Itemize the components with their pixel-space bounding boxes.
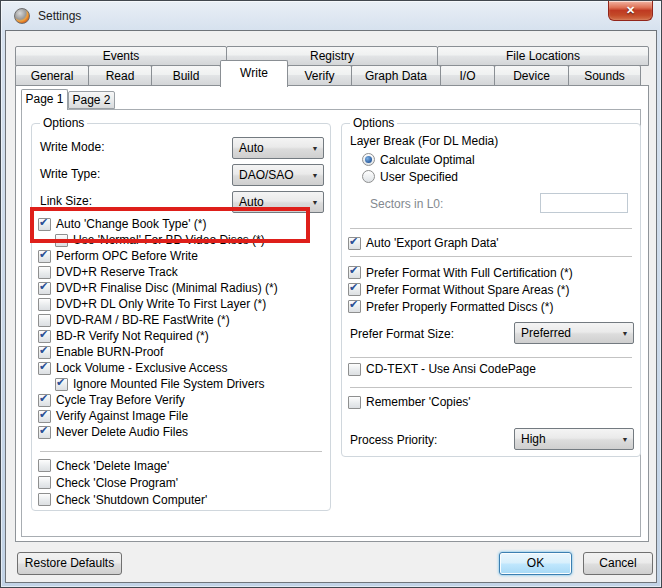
write-type-label: Write Type: (40, 167, 100, 181)
tab-general[interactable]: General (15, 65, 89, 86)
checkbox-verify-against-image[interactable]: Verify Against Image File (38, 408, 278, 424)
tab-device[interactable]: Device (494, 65, 569, 86)
checkbox-check-shutdown-computer[interactable]: Check 'Shutdown Computer' (38, 491, 207, 508)
checkbox-dvdram-fastwrite[interactable]: DVD-RAM / BD-RE FastWrite (*) (38, 312, 278, 328)
checkbox-icon (55, 234, 68, 247)
close-icon: ✕ (626, 4, 635, 16)
checkbox-prefer-without-spare-areas[interactable]: Prefer Format Without Spare Areas (*) (348, 281, 573, 298)
checkbox-label: Auto 'Export Graph Data' (366, 236, 499, 250)
ok-button[interactable]: OK (499, 552, 572, 575)
separator (350, 228, 632, 230)
checkbox-icon (38, 459, 51, 472)
checkbox-check-delete-image[interactable]: Check 'Delete Image' (38, 457, 207, 474)
checkbox-perform-opc[interactable]: Perform OPC Before Write (38, 248, 278, 264)
sectors-in-l0-input[interactable] (540, 193, 628, 213)
prefer-format-size-select[interactable]: Preferred ▼ (514, 322, 634, 344)
checkbox-remember-copies[interactable]: Remember 'Copies' (348, 394, 471, 410)
prefer-format-size-value: Preferred (515, 326, 617, 340)
sectors-in-l0-label: Sectors in L0: (370, 197, 443, 211)
checkbox-dvdr-finalise-disc[interactable]: DVD+R Finalise Disc (Minimal Radius) (*) (38, 280, 278, 296)
link-size-select[interactable]: Auto ▼ (232, 191, 324, 213)
tab-io[interactable]: I/O (440, 65, 495, 86)
right-options-group: Options Layer Break (For DL Media) Calcu… (341, 123, 641, 457)
checkbox-cycle-tray[interactable]: Cycle Tray Before Verify (38, 392, 278, 408)
prefer-format-checkbox-list: Prefer Format With Full Certification (*… (348, 264, 573, 315)
separator (40, 451, 322, 453)
radio-icon (362, 153, 375, 166)
tab-file-locations[interactable]: File Locations (437, 46, 649, 66)
group-title: Options (350, 116, 397, 130)
title-bar[interactable]: Settings ✕ (1, 1, 661, 30)
restore-defaults-button[interactable]: Restore Defaults (17, 552, 122, 575)
checkbox-lock-volume[interactable]: Lock Volume - Exclusive Access (38, 360, 278, 376)
tab-verify[interactable]: Verify (287, 65, 352, 86)
close-button[interactable]: ✕ (608, 1, 653, 21)
checkbox-icon (348, 363, 361, 376)
tab-page-2[interactable]: Page 2 (68, 91, 115, 109)
checkbox-ignore-mounted-fs[interactable]: Ignore Mounted File System Drivers (55, 376, 278, 392)
checkbox-label: Use 'Normal' For BD Video Discs (*) (73, 233, 265, 247)
radio-calculate-optimal[interactable]: Calculate Optimal (362, 151, 475, 168)
checkbox-label: Prefer Format Without Spare Areas (*) (366, 283, 569, 297)
checkbox-icon (38, 314, 51, 327)
checkbox-label: Prefer Format With Full Certification (*… (366, 266, 573, 280)
process-priority-label: Process Priority: (350, 433, 437, 447)
radio-user-specified[interactable]: User Specified (362, 168, 475, 185)
checkbox-never-delete-audio[interactable]: Never Delete Audio Files (38, 424, 278, 440)
process-priority-value: High (515, 432, 617, 446)
checkbox-bdr-verify-not-required[interactable]: BD-R Verify Not Required (*) (38, 328, 278, 344)
write-mode-select[interactable]: Auto ▼ (232, 137, 324, 159)
radio-label: Calculate Optimal (380, 153, 475, 167)
checkbox-label: Enable BURN-Proof (56, 345, 163, 359)
checkbox-prefer-properly-formatted[interactable]: Prefer Properly Formatted Discs (*) (348, 298, 573, 315)
checkbox-label: Cycle Tray Before Verify (56, 393, 185, 407)
checkbox-label: DVD+R DL Only Write To First Layer (*) (56, 297, 266, 311)
checkbox-icon (38, 266, 51, 279)
window-title: Settings (38, 9, 81, 23)
write-mode-value: Auto (233, 141, 307, 155)
checkbox-dvdr-reserve-track[interactable]: DVD+R Reserve Track (38, 264, 278, 280)
checkbox-enable-burn-proof[interactable]: Enable BURN-Proof (38, 344, 278, 360)
checkbox-label: DVD+R Finalise Disc (Minimal Radius) (*) (56, 281, 278, 295)
layer-break-label: Layer Break (For DL Media) (350, 134, 498, 148)
checkbox-icon (38, 394, 51, 407)
checkbox-label: DVD-RAM / BD-RE FastWrite (*) (56, 313, 230, 327)
separator (350, 256, 632, 258)
cancel-button[interactable]: Cancel (583, 552, 653, 575)
checkbox-icon (38, 218, 51, 231)
checkbox-label: Perform OPC Before Write (56, 249, 198, 263)
write-options-checkbox-list: Auto 'Change Book Type' (*) Use 'Normal'… (38, 216, 278, 440)
tab-write[interactable]: Write (220, 60, 288, 87)
checkbox-cdtext-ansi-codepage[interactable]: CD-TEXT - Use Ansi CodePage (348, 361, 536, 377)
write-mode-label: Write Mode: (40, 140, 104, 154)
layer-break-radio-group: Calculate Optimal User Specified (362, 151, 475, 185)
prefer-format-size-label: Prefer Format Size: (350, 327, 454, 341)
chevron-down-icon: ▼ (617, 436, 633, 443)
tab-page-1[interactable]: Page 1 (21, 89, 68, 110)
write-type-select[interactable]: DAO/SAO ▼ (232, 164, 324, 186)
radio-icon (362, 170, 375, 183)
checkbox-icon (348, 283, 361, 296)
checkbox-auto-export-graph-data[interactable]: Auto 'Export Graph Data' (348, 235, 499, 251)
tab-graph-data[interactable]: Graph Data (351, 65, 441, 86)
checkbox-dvdr-dl-first-layer[interactable]: DVD+R DL Only Write To First Layer (*) (38, 296, 278, 312)
app-icon (14, 8, 30, 24)
tab-read[interactable]: Read (88, 65, 152, 86)
checkbox-icon (38, 362, 51, 375)
group-title: Options (40, 116, 87, 130)
checkbox-prefer-full-certification[interactable]: Prefer Format With Full Certification (*… (348, 264, 573, 281)
chevron-down-icon: ▼ (307, 172, 323, 179)
checkbox-check-close-program[interactable]: Check 'Close Program' (38, 474, 207, 491)
process-priority-select[interactable]: High ▼ (514, 428, 634, 450)
checkbox-icon (38, 346, 51, 359)
tab-sounds[interactable]: Sounds (568, 65, 641, 86)
tab-build[interactable]: Build (151, 65, 221, 86)
chevron-down-icon: ▼ (307, 145, 323, 152)
checkbox-use-normal-bd-video[interactable]: Use 'Normal' For BD Video Discs (*) (55, 232, 278, 248)
separator (350, 387, 632, 389)
left-options-group: Options Write Mode: Auto ▼ Write Type: D… (31, 123, 331, 511)
tab-events[interactable]: Events (15, 46, 227, 66)
checkbox-label: BD-R Verify Not Required (*) (56, 329, 209, 343)
checkbox-label: DVD+R Reserve Track (56, 265, 178, 279)
checkbox-auto-change-book-type[interactable]: Auto 'Change Book Type' (*) (38, 216, 278, 232)
